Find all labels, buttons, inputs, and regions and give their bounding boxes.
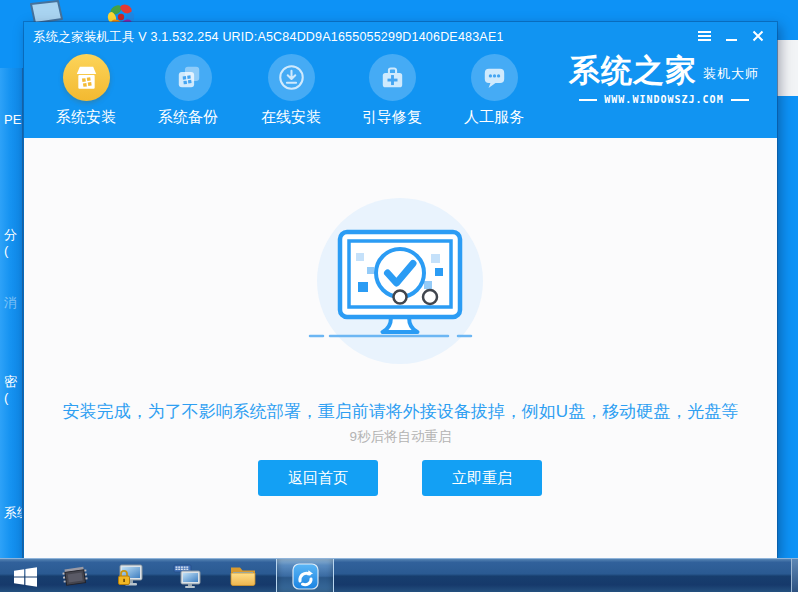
- folder-icon[interactable]: [226, 562, 260, 590]
- windows-logo-icon: [12, 564, 39, 588]
- tab-label: 系统安装: [42, 108, 130, 127]
- online-install-icon: [268, 54, 315, 101]
- background-window-right-edge: [777, 40, 798, 96]
- installer-window: 系统之家装机工具 V 3.1.532.254 URID:A5C84DD9A165…: [24, 22, 777, 558]
- taskbar-active-app[interactable]: [276, 559, 334, 592]
- tab-support[interactable]: 人工服务: [450, 54, 538, 127]
- bg-window-text: 系统: [4, 504, 23, 522]
- memory-chip-icon[interactable]: [58, 562, 92, 590]
- zhuangji-app-icon: [292, 563, 319, 590]
- brand-logo: 系统之家 装机大师 WWW.WINDOWSZJ.COM: [548, 55, 780, 105]
- close-icon[interactable]: [749, 28, 767, 43]
- bg-window-text: (: [4, 243, 8, 258]
- countdown-text: 9秒后将自动重启: [24, 428, 777, 446]
- dash-line: [731, 99, 749, 101]
- boot-repair-icon: [369, 54, 416, 101]
- backup-icon: [165, 54, 212, 101]
- window-content: 安装完成，为了不影响系统部署，重启前请将外接设备拔掉，例如U盘，移动硬盘，光盘等…: [24, 138, 777, 558]
- completion-message: 安装完成，为了不影响系统部署，重启前请将外接设备拔掉，例如U盘，移动硬盘，光盘等: [24, 400, 777, 423]
- bg-window-text: PE: [4, 112, 21, 127]
- tab-label: 在线安装: [247, 108, 335, 127]
- return-home-button[interactable]: 返回首页: [258, 460, 378, 496]
- tab-system-install[interactable]: 系统安装: [42, 54, 130, 127]
- window-header: 系统之家装机工具 V 3.1.532.254 URID:A5C84DD9A165…: [24, 22, 777, 138]
- monitor-keyboard-icon[interactable]: [170, 562, 204, 590]
- tab-label: 人工服务: [450, 108, 538, 127]
- start-button[interactable]: [8, 562, 42, 590]
- brand-subtitle: 装机大师: [703, 65, 759, 83]
- tab-label: 引导修复: [348, 108, 436, 127]
- brand-site: WWW.WINDOWSZJ.COM: [548, 94, 780, 105]
- bg-window-text: 密: [4, 373, 17, 391]
- tab-online-install[interactable]: 在线安装: [247, 54, 335, 127]
- brand-site-text: WWW.WINDOWSZJ.COM: [604, 94, 723, 105]
- bg-window-text: (: [4, 390, 8, 405]
- support-chat-icon: [471, 54, 518, 101]
- tab-system-backup[interactable]: 系统备份: [144, 54, 232, 127]
- monitor-check-illustration: [280, 190, 520, 380]
- tab-boot-repair[interactable]: 引导修复: [348, 54, 436, 127]
- monitor-lock-icon[interactable]: [112, 562, 148, 590]
- taskbar: ENG 14:46 2020/1/10: [0, 558, 798, 592]
- background-window-strip[interactable]: PE 分 ( 消 密 ( 系统: [0, 68, 23, 558]
- window-title: 系统之家装机工具 V 3.1.532.254 URID:A5C84DD9A165…: [33, 29, 504, 46]
- menu-icon[interactable]: [695, 28, 713, 43]
- tab-label: 系统备份: [144, 108, 232, 127]
- bg-window-text: 消: [4, 294, 17, 312]
- brand-name: 系统之家: [569, 55, 697, 86]
- minimize-icon[interactable]: [722, 28, 740, 43]
- install-box-icon: [63, 54, 110, 101]
- dash-line: [579, 99, 597, 101]
- show-desktop-button[interactable]: [791, 559, 798, 592]
- bg-window-text: 分: [4, 226, 17, 244]
- reboot-now-button[interactable]: 立即重启: [422, 460, 542, 496]
